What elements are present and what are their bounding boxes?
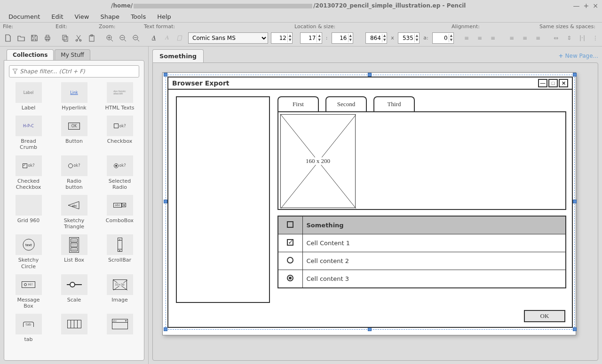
shape-item[interactable]: abc▼ComboBox: [98, 195, 141, 230]
mockup-window[interactable]: Browser Export — □ ✕ First Second Third: [167, 77, 573, 328]
align-left-icon[interactable]: ≡: [461, 33, 472, 43]
open-file-icon[interactable]: [16, 33, 26, 43]
align-bottom-icon[interactable]: ≡: [533, 33, 543, 43]
font-select[interactable]: Comic Sans MS: [188, 32, 268, 44]
size-w-input[interactable]: ▲▼: [365, 32, 387, 44]
tab-collections[interactable]: Collections: [7, 49, 54, 60]
shape-label: ScrollBar: [108, 257, 131, 263]
save-file-icon[interactable]: [29, 33, 40, 43]
align-center-icon[interactable]: ≡: [475, 33, 485, 43]
resize-handle[interactable]: [573, 73, 577, 77]
align-top-icon[interactable]: ≡: [507, 33, 517, 43]
loc-x-input[interactable]: ▲▼: [300, 32, 322, 44]
shape-item[interactable]: LabelLabel: [7, 82, 50, 111]
same-width-icon[interactable]: ⇔: [551, 33, 561, 43]
menu-shape[interactable]: Shape: [95, 12, 124, 21]
shape-thumb: ok?: [107, 116, 133, 136]
shape-item[interactable]: des fonntcabxciditHTML Texts: [98, 82, 141, 111]
shape-thumb: 33×30: [107, 274, 133, 295]
angle-input[interactable]: ▲▼: [432, 32, 454, 44]
canvas-viewport[interactable]: Browser Export — □ ✕ First Second Third: [152, 62, 598, 361]
same-height-icon[interactable]: ⇕: [564, 33, 574, 43]
shape-item[interactable]: tabtab: [7, 314, 50, 342]
dist-h-icon[interactable]: |·|: [577, 33, 587, 43]
shape-thumb: Link: [61, 82, 87, 103]
page-tab[interactable]: Something: [152, 49, 204, 62]
shape-filter[interactable]: [9, 65, 139, 77]
menu-edit[interactable]: Edit: [47, 12, 68, 21]
resize-handle[interactable]: [164, 73, 167, 77]
menubar: Document Edit View Shape Tools Help: [0, 11, 602, 23]
shape-item[interactable]: [53, 314, 95, 342]
align-middle-icon[interactable]: ≡: [520, 33, 530, 43]
text-underline-icon[interactable]: [175, 33, 185, 43]
zoom-reset-icon[interactable]: [118, 33, 128, 43]
shape-item[interactable]: ✓ok?Checked Checkbox: [7, 155, 50, 190]
shape-item[interactable]: ok?Radio button: [53, 155, 95, 190]
resize-handle[interactable]: [573, 200, 577, 203]
svg-rect-1: [46, 35, 49, 37]
shape-item[interactable]: LinkHyperlink: [53, 82, 95, 111]
shape-filter-input[interactable]: [20, 68, 136, 75]
resize-handle[interactable]: [164, 327, 167, 331]
shape-item[interactable]: H›P›CBread Crumb: [7, 116, 50, 150]
resize-handle[interactable]: [164, 200, 167, 203]
shape-item[interactable]: ▲▼ScrollBar: [98, 234, 141, 269]
cut-icon[interactable]: [73, 33, 84, 43]
shape-item[interactable]: Hi!Message Box: [7, 274, 50, 309]
checkbox-checked-icon: [287, 239, 293, 246]
shape-item[interactable]: itemitemitemList Box: [53, 234, 95, 269]
page-canvas[interactable]: Browser Export — □ ✕ First Second Third: [162, 72, 576, 335]
menu-document[interactable]: Document: [4, 12, 45, 21]
new-file-icon[interactable]: [3, 33, 13, 43]
resize-handle[interactable]: [368, 327, 372, 331]
shape-thumb: des fonntcabxcidit: [107, 82, 133, 103]
shape-item[interactable]: ok?Selected Radio: [98, 155, 141, 190]
shape-item[interactable]: 33×30Image: [98, 274, 141, 309]
text-bold-icon[interactable]: A: [149, 33, 159, 43]
toolbar-labels: File: Edit: Zoom: Text format: Location …: [0, 23, 602, 30]
svg-text:abc: abc: [72, 204, 77, 207]
close-icon[interactable]: ×: [593, 2, 598, 9]
shapes-panel: LabelLabelLinkHyperlinkdes fonntcabxcidi…: [4, 82, 144, 360]
loc-y-input[interactable]: ▲▼: [332, 32, 353, 44]
shape-label: Radio button: [58, 178, 91, 190]
new-page-button[interactable]: + New Page...: [558, 53, 598, 59]
shape-item[interactable]: abc▼: [98, 314, 141, 342]
shape-item[interactable]: OKButton: [53, 116, 95, 150]
mockup-table-header: Something: [302, 216, 566, 234]
menu-help[interactable]: Help: [152, 12, 176, 21]
resize-handle[interactable]: [573, 327, 577, 331]
size-h-input[interactable]: ▲▼: [398, 32, 420, 44]
menu-tools[interactable]: Tools: [126, 12, 150, 21]
shape-item[interactable]: textSketchy Circle: [7, 234, 50, 269]
text-italic-icon[interactable]: A: [162, 33, 172, 43]
shape-thumb: itemitemitem: [61, 234, 87, 255]
shape-thumb: ok?: [61, 155, 87, 176]
dist-v-icon[interactable]: ⋮: [590, 33, 601, 43]
mockup-cell: Cell content 2: [302, 252, 566, 270]
zoom-out-icon[interactable]: [131, 33, 141, 43]
resize-handle[interactable]: [368, 73, 372, 77]
shape-item[interactable]: abcSketchy Triangle: [53, 195, 95, 230]
font-size-input[interactable]: ▲▼: [271, 32, 293, 44]
minimize-icon[interactable]: —: [573, 2, 580, 9]
shape-item[interactable]: Grid 960: [7, 195, 50, 230]
print-icon[interactable]: [42, 33, 53, 43]
mockup-ok-button: OK: [524, 310, 565, 322]
zoom-in-icon[interactable]: [104, 33, 115, 43]
svg-point-17: [70, 282, 75, 287]
mockup-image-placeholder: 160 x 200: [280, 114, 356, 208]
shape-item[interactable]: Scale: [53, 274, 95, 309]
paste-icon[interactable]: [87, 33, 97, 43]
mockup-cell: Cell Content 1: [302, 234, 566, 252]
shape-label: Sketchy Triangle: [58, 217, 91, 230]
tab-mystuff[interactable]: My Stuff: [55, 49, 90, 60]
copy-icon[interactable]: [60, 33, 71, 43]
shape-item[interactable]: ok?Checkbox: [98, 116, 141, 150]
align-right-icon[interactable]: ≡: [488, 33, 498, 43]
maximize-icon[interactable]: +: [584, 2, 589, 9]
menu-view[interactable]: View: [70, 12, 94, 21]
shape-label: Sketchy Circle: [12, 257, 45, 269]
radio-icon: [287, 257, 293, 263]
